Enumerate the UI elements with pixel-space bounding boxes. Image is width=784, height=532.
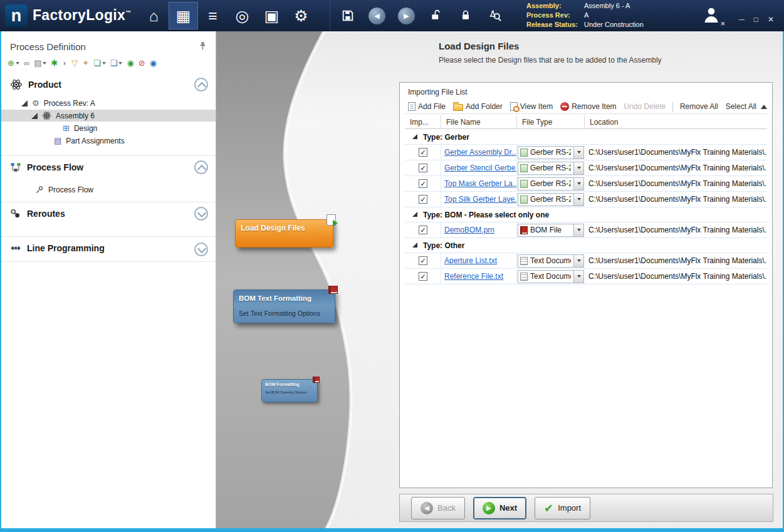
- workflow-node-load-design-files[interactable]: Load Design Files: [235, 219, 333, 248]
- home-button[interactable]: ⌂: [139, 2, 169, 29]
- table-row[interactable]: ✓ Top Silk Gerber Laye... Gerber RS-274 …: [405, 192, 767, 207]
- group-row-other[interactable]: Type: Other: [405, 238, 767, 253]
- row-checkbox[interactable]: ✓: [419, 256, 427, 265]
- navigator-button[interactable]: ◎: [227, 2, 257, 29]
- hyperlink-button[interactable]: ∞: [24, 59, 29, 68]
- select-all-button[interactable]: Select All: [723, 101, 760, 112]
- row-checkbox[interactable]: ✓: [419, 272, 427, 281]
- remove-item-button[interactable]: Remove Item: [557, 101, 619, 112]
- group-row-gerber[interactable]: Type: Gerber: [405, 130, 767, 145]
- close-button[interactable]: ✕: [768, 15, 774, 24]
- group-expander-icon[interactable]: [412, 212, 418, 217]
- lamp-button[interactable]: ◗: [62, 59, 67, 68]
- back-button[interactable]: ◀ Back: [411, 497, 465, 519]
- column-header-file-type[interactable]: File Type: [517, 115, 585, 128]
- row-checkbox[interactable]: ✓: [419, 226, 427, 234]
- reroutes-section-header[interactable]: Reroutes: [1, 202, 216, 225]
- process-editor-button[interactable]: ▦: [169, 2, 198, 29]
- file-type-combo[interactable]: Gerber RS-274: [518, 193, 584, 206]
- file-type-combo[interactable]: Gerber RS-274: [518, 177, 584, 190]
- file-name-link[interactable]: Gerber Stencil Gerbe...: [444, 164, 517, 172]
- minimize-button[interactable]: ─: [739, 15, 745, 24]
- column-header-location[interactable]: Location: [585, 115, 767, 128]
- file-type-combo[interactable]: Text Documen...: [518, 270, 584, 283]
- next-button[interactable]: ▶ Next: [473, 497, 526, 519]
- lock-button[interactable]: [451, 2, 480, 29]
- combo-dropdown-icon[interactable]: [573, 224, 583, 236]
- line-programming-section-header[interactable]: Line Programming: [1, 236, 216, 262]
- audit-search-button[interactable]: [480, 2, 510, 29]
- file-type-combo[interactable]: BOM File: [518, 224, 584, 237]
- table-row[interactable]: ✓ DemoBOM.prn BOM File C:\Users\user1\Do…: [405, 222, 767, 238]
- refresh-button[interactable]: ✱: [51, 59, 58, 68]
- unlock-button[interactable]: [421, 2, 451, 29]
- data-button[interactable]: ≡: [198, 2, 227, 29]
- remove-button[interactable]: ⊘: [139, 59, 145, 68]
- combo-dropdown-icon[interactable]: [573, 194, 583, 206]
- file-name-link[interactable]: DemoBOM.prn: [444, 226, 494, 234]
- add-button[interactable]: ⊕: [8, 59, 19, 68]
- expander-icon[interactable]: [21, 100, 28, 107]
- combo-dropdown-icon[interactable]: [573, 271, 583, 283]
- tree-item-assembly[interactable]: Assembly 6: [1, 110, 216, 122]
- add-file-button[interactable]: Add File: [405, 101, 449, 112]
- layers-alt-button[interactable]: ❏: [110, 59, 123, 68]
- column-header-file-name[interactable]: File Name: [441, 115, 517, 128]
- pin-button[interactable]: [199, 41, 207, 53]
- collapse-corner-icon[interactable]: [761, 105, 767, 109]
- file-name-link[interactable]: Top Mask Gerber La...: [444, 179, 517, 188]
- undo-delete-button[interactable]: Undo Delete: [621, 101, 669, 112]
- sync-button[interactable]: ◉: [127, 59, 133, 68]
- expand-down-button[interactable]: [194, 207, 208, 221]
- file-name-link[interactable]: Top Silk Gerber Laye...: [444, 195, 517, 204]
- info-button[interactable]: ◉: [150, 59, 157, 68]
- add-folder-button[interactable]: Add Folder: [450, 101, 506, 112]
- back-nav-button[interactable]: ◀: [362, 2, 392, 29]
- table-row[interactable]: ✓ Gerber Assembly Dr... Gerber RS-274 C:…: [405, 145, 767, 160]
- flask-button[interactable]: ▽: [71, 59, 78, 68]
- process-flow-section-header[interactable]: Process Flow: [1, 155, 216, 179]
- expand-down-button[interactable]: [194, 243, 208, 256]
- row-checkbox[interactable]: ✓: [419, 164, 427, 172]
- expander-icon[interactable]: [31, 113, 38, 119]
- remove-all-button[interactable]: Remove All: [677, 101, 721, 112]
- combo-dropdown-icon[interactable]: [573, 147, 583, 159]
- combo-dropdown-icon[interactable]: [573, 255, 583, 267]
- file-type-combo[interactable]: Text Documen...: [518, 254, 584, 268]
- group-expander-icon[interactable]: [412, 134, 418, 140]
- column-header-import[interactable]: Imp...: [405, 115, 441, 128]
- tree-item-process-rev[interactable]: ⚙ Process Rev: A: [1, 97, 216, 109]
- table-row[interactable]: ✓ Reference File.txt Text Documen... C:\…: [405, 269, 767, 284]
- workflow-node-bom-text-formatting[interactable]: BOM Text Formatting Set Text Formatting …: [233, 289, 335, 323]
- tree-item-part-assignments[interactable]: ▤ Part Assignments: [1, 135, 216, 147]
- collapse-up-button[interactable]: [194, 78, 208, 91]
- row-checkbox[interactable]: ✓: [419, 179, 427, 188]
- table-row[interactable]: ✓ Top Mask Gerber La... Gerber RS-274 C:…: [405, 176, 767, 192]
- documents-button[interactable]: ▣: [257, 2, 286, 29]
- collapse-up-button[interactable]: [194, 160, 208, 174]
- combo-dropdown-icon[interactable]: [573, 178, 583, 190]
- combo-dropdown-icon[interactable]: [573, 162, 583, 174]
- maximize-button[interactable]: □: [754, 15, 758, 24]
- settings-button[interactable]: ⚙: [286, 2, 316, 29]
- print-button[interactable]: ▤: [34, 59, 46, 68]
- file-type-combo[interactable]: Gerber RS-274: [518, 146, 584, 159]
- workflow-node-bom-formatting[interactable]: BOM Formatting Set BOM Cleaning Options: [261, 379, 318, 402]
- tree-item-design[interactable]: ⊞ Design: [1, 122, 216, 134]
- group-expander-icon[interactable]: [412, 243, 418, 248]
- file-name-link[interactable]: Gerber Assembly Dr...: [444, 148, 517, 157]
- table-row[interactable]: ✓ Gerber Stencil Gerbe... Gerber RS-274 …: [405, 160, 767, 176]
- file-type-combo[interactable]: Gerber RS-274: [518, 162, 584, 175]
- group-row-bom[interactable]: Type: BOM - Please select only one: [405, 207, 767, 222]
- row-checkbox[interactable]: ✓: [419, 148, 427, 157]
- product-section-header[interactable]: Product: [1, 73, 216, 96]
- table-row[interactable]: ✓ Aperture List.txt Text Documen... C:\U…: [405, 253, 767, 269]
- row-checkbox[interactable]: ✓: [419, 195, 427, 204]
- import-button[interactable]: ✔ Import: [535, 497, 590, 519]
- tree-item-process-flow[interactable]: Process Flow: [1, 184, 216, 196]
- forward-nav-button[interactable]: ▶: [392, 2, 421, 29]
- file-name-link[interactable]: Aperture List.txt: [444, 256, 497, 265]
- file-name-link[interactable]: Reference File.txt: [444, 272, 503, 281]
- layers-button[interactable]: ❏: [93, 59, 106, 68]
- view-item-button[interactable]: View Item: [507, 101, 556, 112]
